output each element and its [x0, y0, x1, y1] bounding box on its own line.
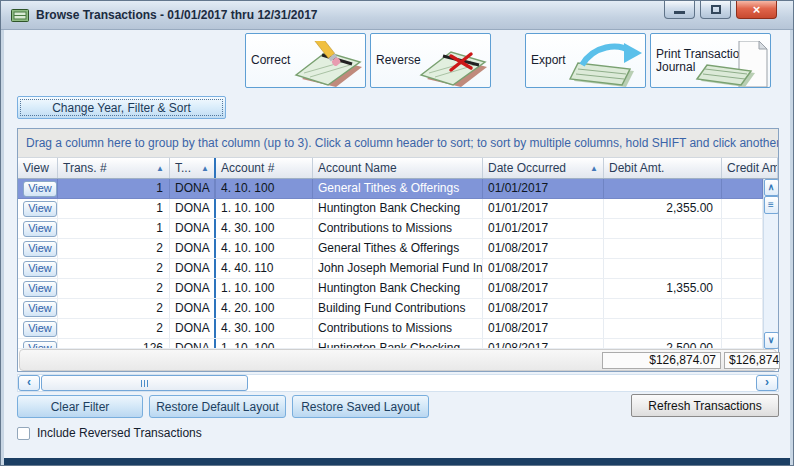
cell-account-number: 4. 40. 110 — [216, 259, 313, 278]
include-reversed-checkbox[interactable] — [17, 427, 30, 440]
view-row-button[interactable]: View — [23, 221, 57, 237]
column-header-account-name[interactable]: Account Name — [313, 158, 483, 178]
change-year-filter-sort-button[interactable]: Change Year, Filter & Sort — [17, 96, 226, 119]
scroll-down-icon[interactable]: ∨ — [764, 332, 779, 349]
summary-band: $126,874.07 $126,874... — [19, 349, 777, 371]
print-journal-page-icon — [693, 41, 769, 87]
view-cell: View — [18, 279, 58, 298]
window-controls: × — [664, 1, 777, 19]
reverse-button[interactable]: Reverse — [370, 33, 491, 88]
view-row-button[interactable]: View — [23, 181, 57, 197]
cell-debit-amt: 2,500.00 — [604, 339, 722, 348]
view-cell: View — [18, 219, 58, 238]
grip-icon — [144, 380, 145, 387]
cell-date-occurred: 01/08/2017 — [483, 259, 604, 278]
correct-button-label: Correct — [251, 53, 290, 67]
grip-icon — [147, 380, 148, 387]
cell-date-occurred: 01/08/2017 — [483, 299, 604, 318]
cell-account-number: 4. 10. 100 — [216, 179, 313, 198]
cell-date-occurred: 01/08/2017 — [483, 319, 604, 338]
cell-debit-amt — [604, 239, 722, 258]
table-row: View2DONA4. 10. 100General Tithes & Offe… — [18, 239, 763, 259]
vertical-scroll-thumb[interactable]: ≡ — [764, 196, 779, 214]
table-row: View2DONA4. 40. 110John Joseph Memorial … — [18, 259, 763, 279]
view-row-button[interactable]: View — [23, 241, 57, 257]
close-button[interactable]: × — [736, 1, 777, 19]
cell-credit-amt — [722, 259, 763, 278]
column-header-credit-amt[interactable]: Credit Amt. — [722, 158, 778, 178]
correct-button[interactable]: Correct — [245, 33, 366, 88]
view-cell: View — [18, 339, 58, 348]
export-button-label: Export — [531, 53, 566, 67]
scroll-left-icon[interactable]: ‹ — [18, 375, 40, 391]
sort-asc-icon: ▲ — [587, 164, 598, 173]
column-header-debit-amt[interactable]: Debit Amt. — [604, 158, 722, 178]
scroll-right-icon[interactable]: › — [756, 375, 778, 391]
cell-account-name: John Joseph Memorial Fund Income — [313, 259, 483, 278]
restore-icon — [711, 5, 721, 14]
reverse-ledger-x-icon — [413, 41, 489, 87]
view-cell: View — [18, 259, 58, 278]
horizontal-scroll-thumb[interactable] — [41, 375, 248, 391]
cell-debit-amt — [604, 299, 722, 318]
cell-trans-type: DONA — [170, 179, 216, 198]
cell-trans-num: 2 — [58, 299, 170, 318]
horizontal-scrollbar[interactable]: ‹ › — [17, 374, 779, 392]
cell-date-occurred: 01/08/2017 — [483, 339, 604, 348]
vertical-scrollbar[interactable]: ∧ ≡ ∨ — [763, 179, 778, 349]
cell-account-name: Huntington Bank Checking — [313, 279, 483, 298]
cell-date-occurred: 01/08/2017 — [483, 239, 604, 258]
table-row: View126DONA1. 10. 100Huntington Bank Che… — [18, 339, 763, 349]
cell-date-occurred: 01/01/2017 — [483, 179, 604, 198]
restore-button[interactable] — [700, 1, 731, 19]
column-header-type[interactable]: T...▲ — [170, 158, 216, 178]
cell-account-number: 4. 10. 100 — [216, 239, 313, 258]
view-row-button[interactable]: View — [23, 341, 57, 349]
grid-rows: View1DONA4. 10. 100General Tithes & Offe… — [18, 179, 763, 349]
view-row-button[interactable]: View — [23, 261, 57, 277]
view-row-button[interactable]: View — [23, 301, 57, 317]
scroll-up-icon[interactable]: ∧ — [764, 179, 779, 196]
column-header-account-num[interactable]: Account # — [216, 158, 313, 178]
view-cell: View — [18, 199, 58, 218]
print-transaction-journal-button[interactable]: Print Transaction Journal — [650, 33, 771, 88]
browse-transactions-window: Browse Transactions - 01/01/2017 thru 12… — [0, 0, 794, 466]
refresh-transactions-button[interactable]: Refresh Transactions — [631, 394, 779, 417]
cell-credit-amt — [722, 199, 763, 218]
table-row: View1DONA1. 10. 100Huntington Bank Check… — [18, 199, 763, 219]
cell-trans-num: 2 — [58, 259, 170, 278]
cell-trans-num: 2 — [58, 239, 170, 258]
minimize-button[interactable] — [664, 1, 695, 19]
view-row-button[interactable]: View — [23, 201, 57, 217]
restore-default-layout-button[interactable]: Restore Default Layout — [149, 395, 286, 418]
cell-credit-amt — [722, 299, 763, 318]
close-icon: × — [753, 3, 761, 16]
grid-header-row: View Trans. #▲ T...▲ Account # Account N… — [18, 158, 778, 179]
cell-debit-amt — [604, 219, 722, 238]
cell-date-occurred: 01/01/2017 — [483, 219, 604, 238]
minimize-icon — [674, 11, 685, 14]
cell-credit-amt — [722, 219, 763, 238]
cell-account-name: Building Fund Contributions — [313, 299, 483, 318]
cell-credit-amt — [722, 239, 763, 258]
cell-credit-amt — [722, 319, 763, 338]
transactions-grid: Drag a column here to group by that colu… — [17, 128, 779, 372]
cell-trans-type: DONA — [170, 219, 216, 238]
column-header-view[interactable]: View — [18, 158, 58, 178]
cell-account-name: Huntington Bank Checking — [313, 339, 483, 348]
view-row-button[interactable]: View — [23, 321, 57, 337]
table-row: View1DONA4. 10. 100General Tithes & Offe… — [18, 179, 763, 199]
cell-trans-type: DONA — [170, 299, 216, 318]
export-button[interactable]: Export — [525, 33, 646, 88]
cell-trans-num: 1 — [58, 199, 170, 218]
column-header-trans-num[interactable]: Trans. #▲ — [58, 158, 170, 178]
view-row-button[interactable]: View — [23, 281, 57, 297]
clear-filter-button[interactable]: Clear Filter — [17, 395, 143, 418]
cell-account-number: 4. 30. 100 — [216, 319, 313, 338]
cell-trans-type: DONA — [170, 339, 216, 348]
restore-saved-layout-button[interactable]: Restore Saved Layout — [292, 395, 429, 418]
credit-total: $126,874... — [724, 352, 780, 369]
window-title: Browse Transactions - 01/01/2017 thru 12… — [36, 8, 317, 22]
column-header-date-occurred[interactable]: Date Occurred▲ — [483, 158, 604, 178]
cell-trans-type: DONA — [170, 199, 216, 218]
